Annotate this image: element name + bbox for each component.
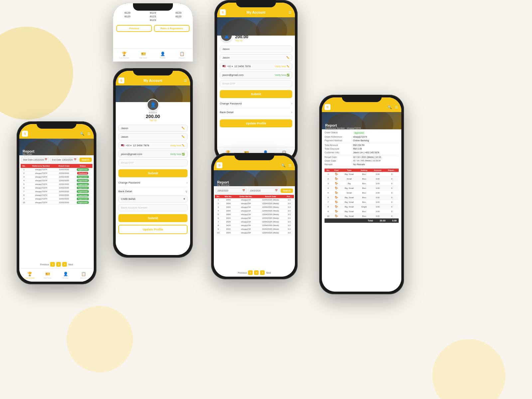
email-field[interactable]: jason@gmail.com Verify Now ✅ <box>220 71 292 78</box>
email-field[interactable]: jason@gmail.com Verify Now ✅ <box>118 151 188 158</box>
top-up-link[interactable]: Top Up <box>149 119 157 121</box>
table-row: 🐎 <box>332 191 341 195</box>
phone-field[interactable]: 🇲🇾 +60 ▾ 12 3456 7878 Verify Now ✏️ <box>118 142 188 149</box>
page-2[interactable]: 2 <box>56 262 61 267</box>
search-button[interactable]: Search <box>79 158 92 162</box>
table-row: 3.0 <box>285 216 294 220</box>
update-profile-button[interactable]: Update Profile <box>220 119 292 127</box>
search-button[interactable]: Search <box>281 189 293 193</box>
nav-live-result[interactable]: 🏆 Live Result <box>114 52 134 59</box>
total-discount-label: Total Discount <box>325 148 351 150</box>
search-icon[interactable]: 🔍 <box>281 163 286 168</box>
menu-icon[interactable]: ☰ <box>288 10 292 15</box>
submit-button[interactable]: Submit <box>220 90 292 98</box>
table-row: 3.00 <box>370 177 385 181</box>
nav-profile[interactable]: 👤 Profile <box>57 272 74 279</box>
page-1[interactable]: 1 <box>50 262 55 267</box>
search-icon[interactable]: 🔍 <box>80 131 84 136</box>
search-icon[interactable]: 🔍 <box>387 105 392 109</box>
remark-value: No Remark <box>353 163 365 166</box>
table-row: 3.00 <box>370 195 385 200</box>
nav-report[interactable]: 📋 Report <box>74 272 92 279</box>
start-date-field[interactable]: Start Date 13/02/2020 📅 <box>21 157 49 162</box>
bank-detail-row[interactable]: Bank Detail › <box>220 108 292 117</box>
otp-placeholder: Email OTP <box>121 161 134 164</box>
nav-live-result[interactable]: 🏆 Live Result <box>21 272 39 279</box>
table-row: shoppy72374 <box>27 194 55 197</box>
order-table: No. Reference Number Result Date Status … <box>21 164 92 204</box>
phone-field[interactable]: 🇲🇾 +60 ▾ 12 3456 7878 Verify Now ✏️ <box>220 63 292 70</box>
verify-phone-link[interactable]: Verify Now ✏️ <box>170 144 185 147</box>
col-date: Result Date <box>257 195 284 198</box>
bank-account-field[interactable]: Bank Account Number <box>118 204 188 211</box>
bank-submit-button[interactable]: Submit <box>118 214 188 222</box>
update-profile-button[interactable]: Update Profile <box>118 225 188 234</box>
otp-field[interactable]: Email OTP <box>220 80 292 87</box>
screen-subtitle: My Winning <box>217 184 229 186</box>
table-row: 3404 <box>222 213 235 216</box>
nav-profile[interactable]: 👤 Profile <box>153 52 172 59</box>
previous-button[interactable]: Previous <box>116 25 152 32</box>
table-row: 3 <box>325 181 332 186</box>
total-label: Total <box>368 219 373 222</box>
first-name-field[interactable]: Jason <box>220 46 292 53</box>
last-name-field[interactable]: Jason ✏️ <box>220 54 292 61</box>
table-row: 9 <box>325 209 332 214</box>
nav-label: Live Result <box>119 57 129 59</box>
change-password-label: Change Password <box>118 181 140 184</box>
table-row: 3404 <box>222 202 235 205</box>
table-row: Approved <box>73 175 92 179</box>
verify-email-done[interactable]: Verify Now ✅ <box>275 74 290 76</box>
nav-report-label: Report <box>80 277 86 279</box>
table-row: Approved <box>73 179 92 183</box>
top-up-link[interactable]: Top Up <box>235 39 248 42</box>
nav-bet-now[interactable]: 🎫 Bet Now <box>39 272 57 279</box>
verify-phone-link[interactable]: Verify Now ✏️ <box>275 65 290 68</box>
page-1[interactable]: 1 <box>248 270 253 275</box>
bank-detail-row[interactable]: Bank Detail ∨ <box>118 187 188 196</box>
table-row: 3.00 <box>370 209 385 214</box>
table-row: 22/02/2020 <box>55 190 73 194</box>
app-logo: S <box>118 77 124 83</box>
table-row: Box <box>357 195 370 200</box>
menu-icon[interactable]: ☰ <box>288 163 292 168</box>
order-status-row: Order Status Approved <box>325 131 399 134</box>
next-label[interactable]: Next <box>68 263 73 266</box>
submit-button[interactable]: Submit <box>118 169 188 177</box>
app-logo: S <box>22 131 28 137</box>
nav-bet-now[interactable]: 🎫 Bet Now <box>134 52 153 59</box>
prev-label[interactable]: Previous <box>238 272 247 274</box>
nav-profile-label: Profile <box>63 277 68 279</box>
nav-report[interactable]: 📋 Report <box>172 52 192 59</box>
last-name-field[interactable]: Jason ✏️ <box>118 133 188 140</box>
table-row: 0 <box>385 172 399 177</box>
change-password-row[interactable]: Change Password › <box>118 179 188 187</box>
col-type: Type <box>341 169 357 172</box>
otp-field[interactable]: Email OTP <box>118 159 188 166</box>
page-2[interactable]: 2 <box>254 270 259 275</box>
end-date-field[interactable]: End Date 13/02/2020 📅 <box>50 157 78 162</box>
menu-icon[interactable]: ☰ <box>183 78 188 83</box>
avatar: 👤 <box>147 99 159 111</box>
table-row: 3.0 <box>285 231 294 235</box>
total-discount-row: Total Discount RM 3.45 <box>325 148 399 150</box>
grid-num: 8123 <box>115 11 140 14</box>
col-amount: Amount <box>370 169 385 172</box>
table-row: 22/04/2020 (Weds) <box>257 205 284 209</box>
next-label[interactable]: Next <box>266 272 271 274</box>
verify-email-done[interactable]: Verify Now ✅ <box>170 153 185 156</box>
change-password-row[interactable]: Change Password › <box>220 99 292 108</box>
menu-icon[interactable]: ☰ <box>394 105 399 109</box>
rules-button[interactable]: Rules & Regulations <box>154 25 190 32</box>
start-date-field[interactable]: 23/02/2020 📅 <box>216 188 247 193</box>
menu-icon[interactable]: ☰ <box>86 131 91 136</box>
bank-select[interactable]: CIMB BANK ▾ <box>118 196 188 202</box>
page-3[interactable]: 3 <box>260 270 265 275</box>
page-3[interactable]: 3 <box>62 262 67 267</box>
end-date-field[interactable]: 23/02/2020 📅 <box>248 188 279 193</box>
table-row: 🐎 <box>332 172 341 177</box>
table-row: 22/04/2020 (Weds) <box>257 216 284 220</box>
customer-label: Customer Info <box>325 151 351 154</box>
prev-label[interactable]: Previous <box>40 263 49 266</box>
first-name-field[interactable]: Jason ✏️ <box>118 125 188 132</box>
